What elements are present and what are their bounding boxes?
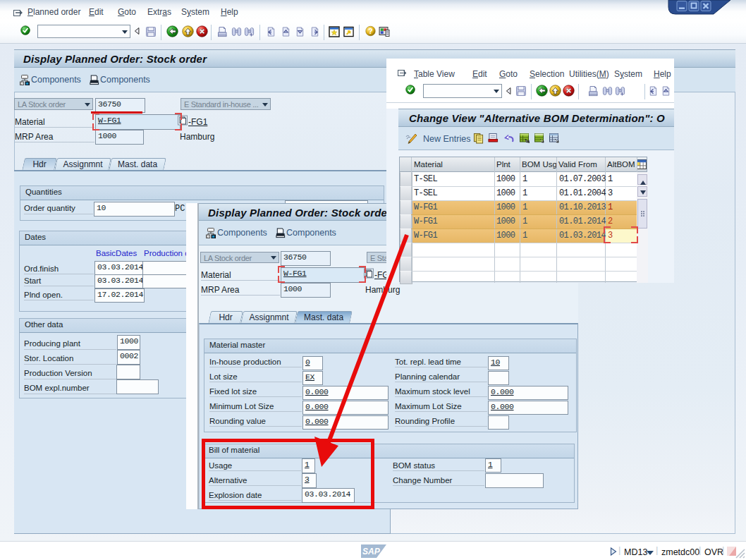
svg-text:SAP: SAP xyxy=(362,547,381,556)
